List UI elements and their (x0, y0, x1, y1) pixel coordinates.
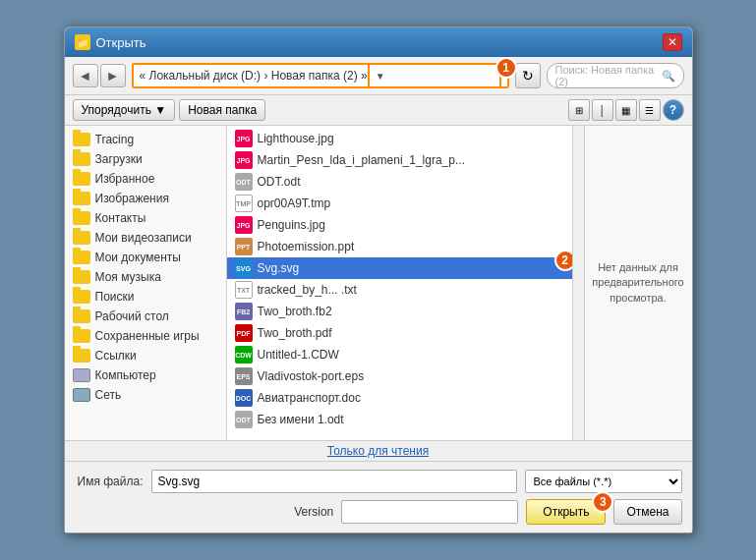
dialog-icon: 📁 (75, 34, 90, 50)
sidebar-item[interactable]: Контакты (65, 208, 226, 228)
odt-icon: ODT (235, 411, 253, 428)
odt-icon: ODT (235, 173, 253, 191)
file-item[interactable]: PPTPhotoemission.ppt (227, 236, 572, 257)
readonly-bar: Только для чтения (65, 440, 692, 462)
file-name: Martin_Pesn_lda_i_plameni_1_lgra_p... (258, 153, 465, 167)
preview-panel: Нет данных для предварительного просмотр… (584, 126, 692, 440)
file-item[interactable]: JPGLighthouse.jpg (227, 128, 572, 149)
version-input[interactable] (341, 500, 518, 524)
file-name: Untitled-1.CDW (258, 348, 339, 362)
path-bar[interactable]: « Локальный диск (D:) › Новая папка (2) … (132, 63, 509, 88)
sidebar-item[interactable]: Загрузки (65, 149, 226, 169)
sidebar-label: Рабочий стол (95, 309, 169, 323)
file-name: ODT.odt (258, 175, 301, 189)
address-toolbar: ◄ ► « Локальный диск (D:) › Новая папка … (65, 57, 692, 95)
file-name: Без имени 1.odt (258, 413, 344, 426)
file-item[interactable]: TXTtracked_by_h... .txt (227, 279, 572, 301)
folder-icon (73, 329, 90, 343)
cancel-button[interactable]: Отмена (613, 499, 681, 525)
file-item[interactable]: PDFTwo_broth.pdf (227, 322, 572, 344)
folder-icon (73, 211, 90, 225)
sidebar-item[interactable]: Сохраненные игры (65, 326, 226, 346)
jpg-icon: JPG (235, 130, 253, 147)
file-name: Lighthouse.jpg (258, 132, 334, 145)
search-icon: 🔍 (662, 70, 675, 83)
sidebar-label: Ссылки (95, 349, 137, 363)
sidebar-item[interactable]: Мои документы (65, 248, 226, 267)
jpg-icon: JPG (235, 151, 253, 169)
search-placeholder: Поиск: Новая папка (2) (555, 64, 658, 87)
folder-icon (73, 349, 90, 363)
close-button[interactable]: ✕ (663, 33, 682, 51)
sidebar-item[interactable]: Мои видеозаписи (65, 228, 226, 248)
sidebar-item[interactable]: Моя музыка (65, 267, 226, 287)
sidebar-label: Поиски (95, 290, 135, 304)
pdf-icon: PDF (235, 324, 253, 342)
sidebar-item[interactable]: Ссылки (65, 346, 226, 365)
view-grid-button[interactable]: ⊞ (568, 99, 590, 121)
open-dialog: 📁 Открыть ✕ ◄ ► « Локальный диск (D:) › … (64, 27, 693, 533)
file-name: Two_broth.pdf (258, 326, 332, 340)
file-item[interactable]: JPGMartin_Pesn_lda_i_plameni_1_lgra_p... (227, 149, 572, 171)
filename-row: Имя файла: Все файлы (*.*) (75, 470, 682, 493)
version-label: Version (294, 505, 333, 519)
readonly-link[interactable]: Только для чтения (327, 444, 429, 458)
file-item[interactable]: EPSVladivostok-port.eps (227, 365, 572, 387)
forward-button[interactable]: ► (100, 64, 126, 87)
search-bar[interactable]: Поиск: Новая папка (2) 🔍 (547, 63, 684, 88)
file-item[interactable]: FB2Two_broth.fb2 (227, 301, 572, 322)
sidebar-item[interactable]: Компьютер (65, 365, 226, 385)
back-button[interactable]: ◄ (73, 64, 98, 87)
help-button[interactable]: ? (663, 99, 684, 121)
dialog-title: Открыть (96, 35, 146, 50)
arrange-toolbar: Упорядочить ▼ Новая папка ⊞ │ ▦ ☰ ? (65, 95, 692, 126)
sidebar-item[interactable]: Tracing (65, 130, 226, 149)
path-text: « Локальный диск (D:) › Новая папка (2) … (140, 69, 368, 83)
folder-icon (73, 172, 90, 186)
sidebar-label: Сохраненные игры (95, 329, 200, 343)
preview-text: Нет данных для предварительного просмотр… (592, 260, 683, 306)
filename-input[interactable] (151, 470, 517, 493)
cdw-icon: CDW (235, 346, 253, 364)
sidebar-label: Мои видеозаписи (95, 231, 192, 245)
arrange-button[interactable]: Упорядочить ▼ (73, 99, 176, 121)
folder-icon (73, 251, 90, 264)
file-item[interactable]: ODTБез имени 1.odt (227, 409, 572, 430)
sidebar-label: Компьютер (95, 368, 156, 382)
sidebar-item[interactable]: Поиски (65, 287, 226, 307)
file-list: JPGLighthouse.jpgJPGMartin_Pesn_lda_i_pl… (227, 126, 572, 440)
jpg-icon: JPG (235, 216, 253, 234)
file-name: opr00A9T.tmp (258, 196, 331, 210)
folder-icon (73, 133, 90, 146)
file-item[interactable]: JPGPenguins.jpg (227, 214, 572, 236)
folder-icon (73, 231, 90, 245)
file-item[interactable]: ODTODT.odt (227, 171, 572, 193)
ppt-icon: PPT (235, 238, 253, 255)
file-item[interactable]: TMPopr00A9T.tmp (227, 193, 572, 214)
view-list-button[interactable]: ☰ (639, 99, 661, 121)
filetype-select[interactable]: Все файлы (*.*) (525, 470, 682, 493)
badge-1: 1 (495, 57, 517, 79)
path-dropdown-icon[interactable]: ▼ (368, 63, 501, 88)
computer-icon (73, 368, 90, 382)
file-item[interactable]: CDWUntitled-1.CDW (227, 344, 572, 365)
title-bar: 📁 Открыть ✕ (65, 28, 692, 57)
sidebar-item[interactable]: Сеть (65, 385, 226, 405)
file-item[interactable]: DOCАвиатранспорт.doc (227, 387, 572, 409)
file-name: tracked_by_h... .txt (258, 283, 357, 297)
version-row: Version Открыть 3 Отмена (75, 499, 682, 525)
file-name: Vladivostok-port.eps (258, 369, 365, 383)
sidebar-item[interactable]: Избранное (65, 169, 226, 189)
sidebar-item[interactable]: Изображения (65, 189, 226, 208)
file-item[interactable]: SVGSvg.svg2 (227, 257, 572, 279)
filename-label: Имя файла: (75, 475, 144, 488)
sidebar-label: Загрузки (95, 152, 143, 166)
scrollbar[interactable] (572, 126, 584, 440)
view-large-icon-button[interactable]: ▦ (615, 99, 637, 121)
file-name: Авиатранспорт.doc (258, 391, 361, 405)
sidebar-label: Избранное (95, 172, 155, 186)
refresh-button[interactable]: ↻ (515, 63, 541, 88)
file-name: Svg.svg (258, 261, 300, 275)
sidebar-item[interactable]: Рабочий стол (65, 307, 226, 326)
new-folder-button[interactable]: Новая папка (179, 99, 265, 121)
